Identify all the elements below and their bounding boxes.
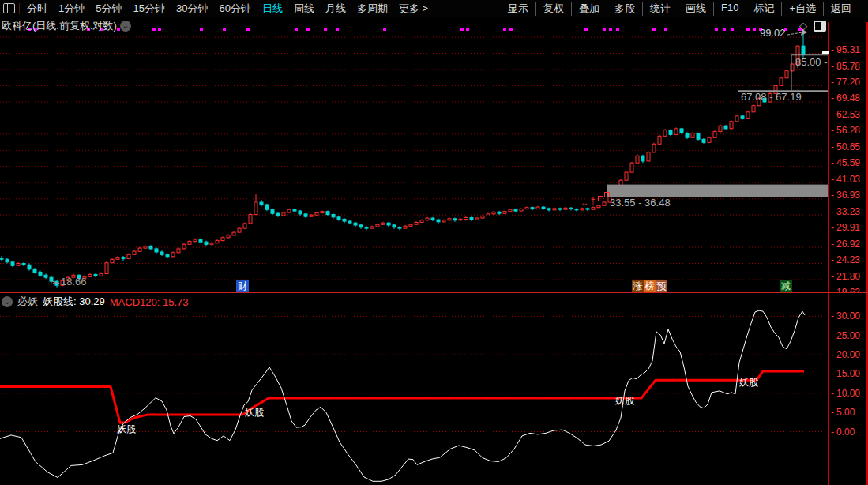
period-tab-8[interactable]: 月线 [320, 2, 351, 16]
action-button-5[interactable]: 画线 [678, 2, 713, 16]
series-妖股线 [0, 310, 805, 481]
indicator-tick-label: 0.00 [831, 427, 855, 438]
low-price-label: ←18.66 [51, 276, 87, 288]
action-button-7[interactable]: 标记 [746, 2, 781, 16]
current-price-dash [822, 51, 829, 54]
zhang-marker[interactable]: 涨 [632, 280, 644, 292]
arrows-draw-icon[interactable]: ↔ [581, 198, 588, 207]
period-tab-4[interactable]: 30分钟 [171, 2, 213, 16]
action-button-9[interactable]: 返回 [823, 2, 859, 16]
period-tab-0[interactable]: 分时 [21, 2, 53, 16]
yaogu-signal-label: 妖股 [739, 376, 758, 389]
indicator-axis: 30.0025.0020.0015.0010.005.000.00 [828, 293, 868, 485]
candlestick-chart[interactable] [0, 17, 828, 292]
period-tab-1[interactable]: 1分钟 [53, 2, 90, 16]
range-67-label: 67.08 - 67.19 [741, 91, 802, 103]
price-tick-label: 50.65 [831, 141, 860, 152]
period-tab-3[interactable]: 15分钟 [127, 2, 170, 16]
indicator-tick-label: 30.00 [831, 310, 860, 321]
period-tab-6[interactable]: 日线 [257, 2, 288, 16]
price-tick-label: 45.59 [831, 157, 860, 168]
square-draw-icon[interactable] [604, 192, 610, 197]
level-85-label: 85.00 - [795, 56, 827, 68]
reduction-marker[interactable]: 减 [780, 280, 792, 292]
action-button-8[interactable]: +自选 [781, 2, 823, 16]
cross-draw-icon[interactable]: † [591, 197, 596, 205]
price-tick-label: 33.23 [831, 206, 860, 217]
period-tab-9[interactable]: 多周期 [351, 2, 393, 16]
high-price-label: 99.02 [760, 27, 786, 39]
indicator-tick-label: 5.00 [831, 407, 855, 418]
indicator-tick-label: 20.00 [831, 349, 860, 360]
action-button-6[interactable]: F10 [713, 2, 746, 16]
price-tick-label: 24.23 [831, 254, 860, 265]
chart-title-row: 欧科亿(日线.前复权.对数) ⌄ [2, 19, 131, 33]
main-chart-panel: 欧科亿(日线.前复权.对数) ⌄ ◇ 99.02 85.00 - 67.08 -… [0, 17, 868, 292]
indicator-chart[interactable] [0, 293, 828, 485]
indicator-tick-label: 25.00 [831, 330, 860, 341]
action-button-0[interactable]: 显示 [501, 2, 535, 16]
period-tab-7[interactable]: 周线 [288, 2, 320, 16]
chart-title: 欧科亿(日线.前复权.对数) [2, 19, 117, 33]
price-tick-label: 29.91 [831, 222, 860, 233]
price-tick-label: 85.78 [831, 61, 860, 72]
indicator-header: ⌄ 必妖 妖股线: 30.29 MACD120: 15.73 [2, 295, 189, 309]
indicator-panel: ⌄ 必妖 妖股线: 30.29 MACD120: 15.73 30.0025.0… [0, 292, 868, 485]
yaogu-signal-label: 妖股 [117, 423, 136, 436]
price-tick-label: 77.20 [831, 77, 860, 88]
action-buttons: 显示复权叠加多股统计画线F10标记+自选返回 [501, 2, 859, 16]
price-tick-label: 62.53 [831, 109, 860, 120]
action-button-3[interactable]: 多股 [607, 2, 642, 16]
price-box-33-36 [607, 185, 828, 197]
square-draw-icon[interactable] [598, 196, 603, 201]
yaogu-signal-label: 妖股 [245, 406, 264, 419]
price-tick-label: 41.03 [831, 174, 860, 185]
indicator-tick-label: 10.00 [831, 388, 860, 399]
price-tick-label: 36.93 [831, 190, 860, 201]
action-button-4[interactable]: 统计 [642, 2, 678, 16]
yu-marker[interactable]: 预 [656, 280, 667, 292]
series-MACD120 [0, 371, 804, 423]
chevron-down-icon[interactable]: ⌄ [2, 296, 13, 307]
period-tabs: 分时1分钟5分钟15分钟30分钟60分钟日线周线月线多周期更多 > [21, 2, 434, 16]
top-toolbar: 分时1分钟5分钟15分钟30分钟60分钟日线周线月线多周期更多 > 显示复权叠加… [0, 0, 868, 17]
yaogu-signal-label: 妖股 [615, 394, 634, 408]
toolbar-divider [19, 3, 20, 14]
yaogu-line-value: 妖股线: 30.29 [43, 295, 105, 309]
period-tab-10[interactable]: 更多 > [393, 2, 434, 16]
price-axis: 95.3185.7877.2069.4862.5356.2850.6545.59… [828, 22, 868, 292]
action-button-1[interactable]: 复权 [535, 2, 571, 16]
price-tick-label: 69.48 [831, 92, 860, 103]
left-arrow-icon: ← [51, 276, 61, 288]
action-button-2[interactable]: 叠加 [571, 2, 607, 16]
price-tick-label: 21.80 [831, 271, 860, 282]
indicator-tick-label: 15.00 [831, 368, 860, 379]
finance-report-marker[interactable]: 财 [236, 280, 249, 292]
price-tick-label: 56.28 [831, 125, 860, 136]
price-tick-label: 26.92 [831, 239, 860, 250]
window-layout-icon[interactable] [814, 21, 826, 32]
diamond-icon[interactable]: ◇ [799, 20, 807, 32]
layout-split-icon[interactable] [3, 3, 15, 13]
signal-dots-layer [28, 28, 802, 31]
indicator-name: 必妖 [17, 295, 38, 309]
box-range-label: 33.55 - 36.48 [610, 197, 671, 209]
price-tick-label: 95.31 [831, 44, 860, 55]
macd120-value: MACD120: 15.73 [110, 296, 189, 308]
period-tab-2[interactable]: 5分钟 [90, 2, 127, 16]
period-tab-5[interactable]: 60分钟 [213, 2, 256, 16]
trading-app-window: 分时1分钟5分钟15分钟30分钟60分钟日线周线月线多周期更多 > 显示复权叠加… [0, 0, 868, 485]
bang-marker[interactable]: 榜 [644, 280, 656, 292]
chevron-down-icon[interactable]: ⌄ [120, 21, 131, 32]
